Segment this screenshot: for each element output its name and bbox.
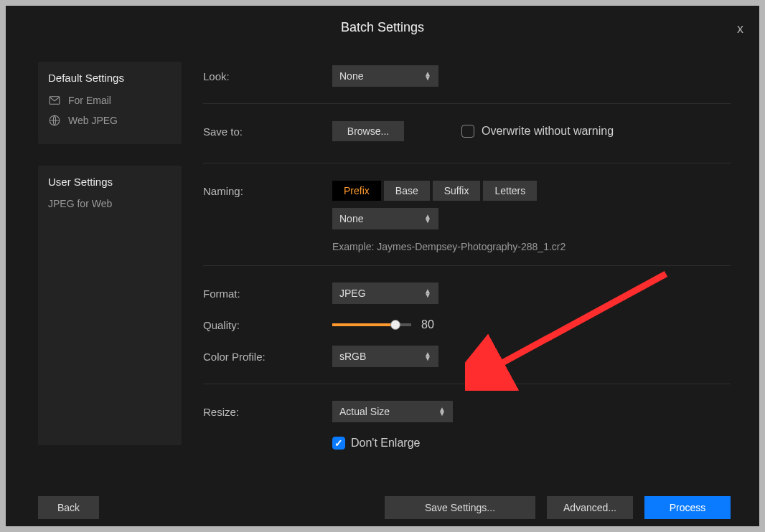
save-settings-button[interactable]: Save Settings... — [385, 496, 535, 519]
quality-slider[interactable] — [332, 323, 411, 326]
format-label: Format: — [203, 288, 332, 300]
titlebar: Batch Settings x — [6, 6, 759, 49]
naming-segmented: Prefix Base Suffix Letters — [332, 181, 537, 201]
seg-suffix[interactable]: Suffix — [433, 181, 481, 201]
back-button[interactable]: Back — [38, 496, 99, 519]
sidebar-item-web-jpeg[interactable]: Web JPEG — [48, 114, 172, 127]
user-settings-title: User Settings — [48, 176, 172, 188]
mail-icon — [48, 94, 61, 107]
divider — [203, 384, 731, 384]
default-settings-section: Default Settings For Email Web JPEG — [38, 62, 182, 144]
format-select[interactable]: JPEG ▲▼ — [332, 282, 438, 304]
slider-thumb[interactable] — [390, 320, 400, 330]
divider — [203, 163, 731, 163]
close-button[interactable]: x — [737, 22, 743, 37]
sidebar: Default Settings For Email Web JPEG User… — [6, 49, 182, 526]
updown-icon: ▲▼ — [424, 352, 431, 361]
look-select[interactable]: None ▲▼ — [332, 65, 438, 87]
seg-base[interactable]: Base — [384, 181, 430, 201]
color-profile-label: Color Profile: — [203, 351, 332, 363]
updown-icon: ▲▼ — [424, 72, 431, 80]
quality-value: 80 — [421, 318, 434, 331]
naming-select[interactable]: None ▲▼ — [332, 208, 438, 229]
resize-label: Resize: — [203, 406, 332, 418]
advanced-button[interactable]: Advanced... — [547, 496, 633, 519]
footer: Back Save Settings... Advanced... Proces… — [6, 496, 759, 519]
sidebar-item-label: For Email — [68, 95, 111, 106]
svg-rect-0 — [50, 97, 60, 105]
divider — [203, 265, 731, 266]
seg-prefix[interactable]: Prefix — [332, 181, 381, 201]
globe-icon — [48, 114, 61, 127]
overwrite-checkbox[interactable] — [461, 125, 474, 138]
save-to-label: Save to: — [203, 125, 332, 138]
overwrite-label: Overwrite without warning — [482, 125, 614, 138]
quality-label: Quality: — [203, 319, 332, 331]
look-label: Look: — [203, 70, 332, 82]
updown-icon: ▲▼ — [438, 407, 446, 416]
default-settings-title: Default Settings — [48, 72, 172, 84]
seg-letters[interactable]: Letters — [483, 181, 537, 201]
sidebar-item-for-email[interactable]: For Email — [48, 94, 172, 107]
color-profile-select[interactable]: sRGB ▲▼ — [332, 346, 438, 367]
process-button[interactable]: Process — [644, 496, 731, 519]
updown-icon: ▲▼ — [424, 214, 431, 223]
divider — [203, 103, 731, 104]
main-panel: Look: None ▲▼ Save to: Browse... Overwri… — [182, 49, 759, 526]
dont-enlarge-checkbox[interactable]: ✓ — [332, 437, 345, 450]
sidebar-item-jpeg-for-web[interactable]: JPEG for Web — [48, 198, 172, 209]
naming-label: Naming: — [203, 185, 332, 197]
naming-example: Example: Jaymes-Dempsey-Photography-288_… — [332, 241, 565, 252]
browse-button[interactable]: Browse... — [332, 121, 404, 141]
resize-select[interactable]: Actual Size ▲▼ — [332, 401, 453, 422]
dont-enlarge-label: Don't Enlarge — [351, 437, 420, 450]
user-settings-section: User Settings JPEG for Web — [38, 166, 182, 445]
sidebar-item-label: Web JPEG — [68, 115, 118, 126]
dialog-title: Batch Settings — [341, 20, 424, 35]
updown-icon: ▲▼ — [424, 289, 431, 298]
sidebar-item-label: JPEG for Web — [48, 198, 112, 209]
